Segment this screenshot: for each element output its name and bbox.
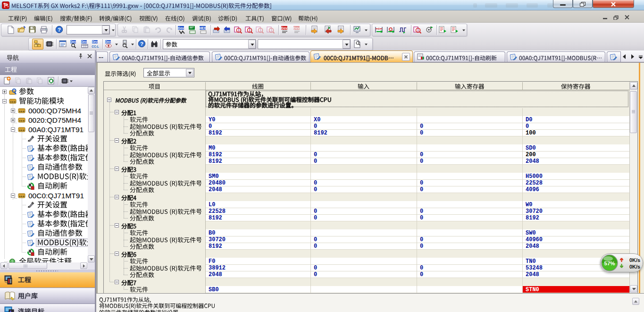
svg-text:Dev: Dev xyxy=(81,40,87,43)
svg-text:Dev: Dev xyxy=(105,40,111,43)
svg-text:57%: 57% xyxy=(604,261,615,266)
svg-text:HEX: HEX xyxy=(200,26,206,30)
svg-text:Dev: Dev xyxy=(293,26,300,30)
svg-text:?: ? xyxy=(58,27,61,33)
svg-text:?: ? xyxy=(140,41,143,47)
svg-text:Dev: Dev xyxy=(281,26,287,30)
svg-text:Dev: Dev xyxy=(92,40,98,43)
svg-text:Dev: Dev xyxy=(70,40,76,43)
svg-text:Dev: Dev xyxy=(178,26,184,30)
svg-text:CC-L: CC-L xyxy=(92,45,99,48)
